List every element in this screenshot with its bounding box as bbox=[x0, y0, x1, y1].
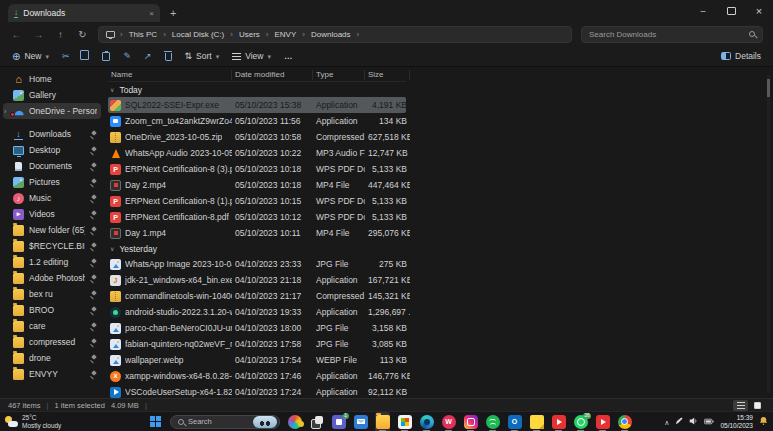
taskbar-app-whatsapp[interactable]: 26 bbox=[573, 412, 588, 431]
address-bar[interactable]: This PC Local Disk (C:) Users ENVY Downl… bbox=[98, 26, 572, 43]
column-header-date-modified[interactable]: Date modified bbox=[232, 70, 313, 80]
column-header-size[interactable]: Size bbox=[365, 70, 410, 80]
sidebar-item-music[interactable]: Music bbox=[3, 190, 101, 206]
taskbar-search-box[interactable]: Search bbox=[170, 415, 280, 429]
tab-downloads[interactable]: Downloads bbox=[8, 4, 160, 22]
file-row[interactable]: Day 1.mp405/10/2023 10:11MP4 File295,076… bbox=[108, 225, 406, 241]
file-row[interactable]: WhatsApp Audio 2023-10-05 at 10.22.0...0… bbox=[108, 145, 406, 161]
taskbar-app-wps[interactable] bbox=[441, 412, 456, 431]
breadcrumb-local-disk[interactable]: Local Disk (C:) bbox=[168, 30, 228, 39]
file-row[interactable]: android-studio-2022.3.1.20-windows.exe04… bbox=[108, 304, 406, 320]
sidebar-item-drone[interactable]: drone bbox=[3, 350, 101, 366]
taskbar-app-teams[interactable]: 1 bbox=[331, 412, 346, 431]
collapse-chevron-icon[interactable] bbox=[110, 245, 114, 252]
back-button[interactable] bbox=[10, 29, 23, 40]
details-pane-button[interactable]: Details bbox=[721, 51, 761, 61]
taskbar-app-chrome[interactable] bbox=[617, 412, 632, 431]
pen-icon[interactable] bbox=[675, 417, 683, 427]
file-row[interactable]: Zoom_cm_to42anktZ9wrZo4_mCDbjUcR...05/10… bbox=[108, 113, 406, 129]
file-row[interactable]: fabian-quintero-nq02weVF_mk-unsplash...0… bbox=[108, 336, 406, 352]
sidebar-item-onedrive[interactable]: OneDrive - Personal bbox=[3, 103, 101, 119]
taskbar-app-spotify[interactable] bbox=[485, 412, 500, 431]
file-row[interactable]: commandlinetools-win-10406996_latest...0… bbox=[108, 288, 406, 304]
copy-button[interactable] bbox=[82, 52, 89, 60]
sidebar-item-pictures[interactable]: Pictures bbox=[3, 174, 101, 190]
rename-button[interactable] bbox=[123, 51, 131, 61]
thumbnail-view-toggle[interactable] bbox=[750, 400, 765, 411]
file-row[interactable]: xampp-windows-x64-8.0.28-0-VS16-insta...… bbox=[108, 368, 406, 384]
sidebar-item-editing[interactable]: 1.2 editing bbox=[3, 254, 101, 270]
notification-bell-icon[interactable] bbox=[759, 416, 768, 427]
share-button[interactable] bbox=[144, 51, 152, 61]
taskbar-app-mail[interactable] bbox=[353, 412, 368, 431]
paste-button[interactable] bbox=[102, 52, 110, 61]
taskbar-app-edge[interactable] bbox=[419, 412, 434, 431]
taskbar-app-file-explorer[interactable] bbox=[375, 412, 390, 431]
maximize-button[interactable] bbox=[717, 0, 745, 22]
search-box[interactable]: Search Downloads bbox=[581, 26, 763, 43]
new-button[interactable]: New bbox=[12, 51, 49, 62]
tray-overflow-chevron-icon[interactable] bbox=[664, 417, 669, 427]
file-row[interactable]: WhatsApp Image 2023-10-04 at 23.32.04...… bbox=[108, 256, 406, 272]
expand-chevron-icon[interactable] bbox=[4, 108, 6, 115]
sidebar-item-adobe-photoshop[interactable]: Adobe Photoshop bbox=[3, 270, 101, 286]
minimize-button[interactable] bbox=[689, 0, 717, 22]
sidebar-item-care[interactable]: care bbox=[3, 318, 101, 334]
group-header-yesterday[interactable]: Yesterday bbox=[108, 241, 406, 256]
breadcrumb-envy[interactable]: ENVY bbox=[270, 30, 300, 39]
tab-close-icon[interactable] bbox=[149, 9, 154, 18]
taskbar-app-m365[interactable] bbox=[397, 412, 412, 431]
file-row[interactable]: OneDrive_2023-10-05.zip05/10/2023 10:58C… bbox=[108, 129, 406, 145]
sidebar-item-home[interactable]: Home bbox=[3, 71, 101, 87]
file-row[interactable]: jdk-21_windows-x64_bin.exe04/10/2023 21:… bbox=[108, 272, 406, 288]
battery-icon[interactable] bbox=[704, 417, 714, 427]
taskbar-app-sticky-notes[interactable] bbox=[529, 412, 544, 431]
breadcrumb-downloads[interactable]: Downloads bbox=[307, 30, 355, 39]
sidebar-item-bex-ru[interactable]: bex ru bbox=[3, 286, 101, 302]
breadcrumb-users[interactable]: Users bbox=[235, 30, 264, 39]
taskbar-app-instagram[interactable] bbox=[463, 412, 478, 431]
start-button[interactable] bbox=[148, 412, 163, 431]
sidebar-item-compressed[interactable]: compressed bbox=[3, 334, 101, 350]
more-options-button[interactable] bbox=[284, 51, 293, 61]
delete-button[interactable] bbox=[165, 53, 172, 61]
sidebar-item-envyy[interactable]: ENVYY bbox=[3, 366, 101, 382]
up-button[interactable] bbox=[54, 29, 67, 40]
forward-button[interactable] bbox=[32, 29, 45, 40]
taskbar-weather-widget[interactable]: 25°CMostly cloudy bbox=[5, 412, 61, 431]
sidebar-item-videos[interactable]: Videos bbox=[3, 206, 101, 222]
file-row[interactable]: ERPNext Certification-8.pdf05/10/2023 10… bbox=[108, 209, 406, 225]
file-row[interactable]: Day 2.mp405/10/2023 10:18MP4 File447,464… bbox=[108, 177, 406, 193]
taskbar-app-media-red[interactable] bbox=[551, 412, 566, 431]
collapse-chevron-icon[interactable] bbox=[110, 86, 114, 93]
sidebar-item-downloads[interactable]: Downloads bbox=[3, 126, 101, 142]
taskbar-task-view[interactable] bbox=[309, 412, 324, 431]
file-row[interactable]: ERPNext Certification-8 (3).pdf05/10/202… bbox=[108, 161, 406, 177]
sidebar-item-desktop[interactable]: Desktop bbox=[3, 142, 101, 158]
file-row[interactable]: ERPNext Certification-8 (1).pdf05/10/202… bbox=[108, 193, 406, 209]
taskbar-app-photos[interactable] bbox=[287, 412, 302, 431]
vertical-scrollbar[interactable] bbox=[767, 75, 770, 393]
file-row[interactable]: parco-chan-BeNeroCI0JU-unsplash.jpg04/10… bbox=[108, 320, 406, 336]
sidebar-item-recycle-bin[interactable]: $RECYCLE.BIN bbox=[3, 238, 101, 254]
group-header-today[interactable]: Today bbox=[108, 82, 406, 97]
close-button[interactable] bbox=[745, 0, 773, 22]
search-highlight-image[interactable] bbox=[253, 416, 277, 428]
speaker-icon[interactable] bbox=[689, 417, 698, 427]
taskbar-app-outlook[interactable] bbox=[507, 412, 522, 431]
cut-button[interactable] bbox=[62, 51, 70, 61]
file-row[interactable]: wallpaper.webp04/10/2023 17:54WEBP File1… bbox=[108, 352, 406, 368]
new-tab-button[interactable] bbox=[170, 7, 176, 19]
file-row[interactable]: VSCodeUserSetup-x64-1.82.2.exe04/10/2023… bbox=[108, 384, 406, 400]
refresh-button[interactable] bbox=[76, 29, 89, 40]
details-view-toggle[interactable] bbox=[733, 400, 748, 411]
sidebar-item-new-folder[interactable]: New folder (65) bbox=[3, 222, 101, 238]
sidebar-item-gallery[interactable]: Gallery bbox=[3, 87, 101, 103]
clock[interactable]: 15:3905/10/2023 bbox=[720, 414, 753, 430]
sidebar-item-documents[interactable]: Documents bbox=[3, 158, 101, 174]
column-header-name[interactable]: Name bbox=[108, 70, 232, 80]
sidebar-item-broo[interactable]: BROO bbox=[3, 302, 101, 318]
column-header-type[interactable]: Type bbox=[313, 70, 365, 80]
taskbar-app-media-red-2[interactable] bbox=[595, 412, 610, 431]
sort-button[interactable]: Sort bbox=[185, 51, 220, 61]
